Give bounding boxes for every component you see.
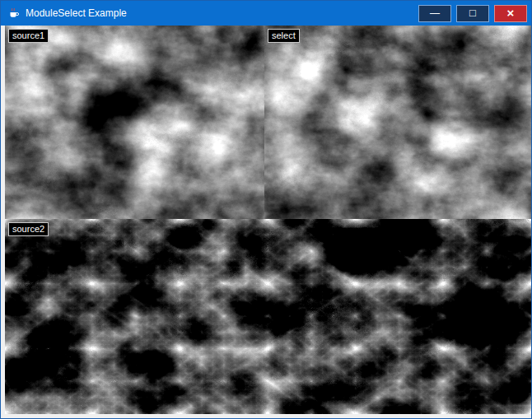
java-coffee-cup-icon[interactable] <box>7 7 21 20</box>
noise-texture-source1 <box>5 26 264 219</box>
texture-panel-source1: source1 <box>5 26 264 219</box>
panel-label-source2: source2 <box>8 222 49 236</box>
noise-texture-select <box>264 26 531 219</box>
close-button[interactable]: × <box>494 5 527 22</box>
maximize-button[interactable]: □ <box>456 5 489 22</box>
panel-label-source1: source1 <box>8 29 49 43</box>
minimize-icon: — <box>430 8 440 18</box>
maximize-icon: □ <box>469 7 476 18</box>
noise-texture-source2 <box>5 219 531 414</box>
texture-panel-select: select <box>264 26 531 219</box>
title-bar[interactable]: ModuleSelect Example — □ × <box>1 1 531 26</box>
app-window: ModuleSelect Example — □ × <box>0 0 532 419</box>
texture-panel-source2: source2 <box>5 219 531 414</box>
window-controls: — □ × <box>418 1 531 26</box>
window-title: ModuleSelect Example <box>26 7 127 19</box>
client-area: source1 select <box>1 26 531 418</box>
close-icon: × <box>507 7 515 19</box>
java-coffee-cup-glyph <box>8 7 20 19</box>
minimize-button[interactable]: — <box>418 5 451 22</box>
panel-label-select: select <box>268 29 300 43</box>
